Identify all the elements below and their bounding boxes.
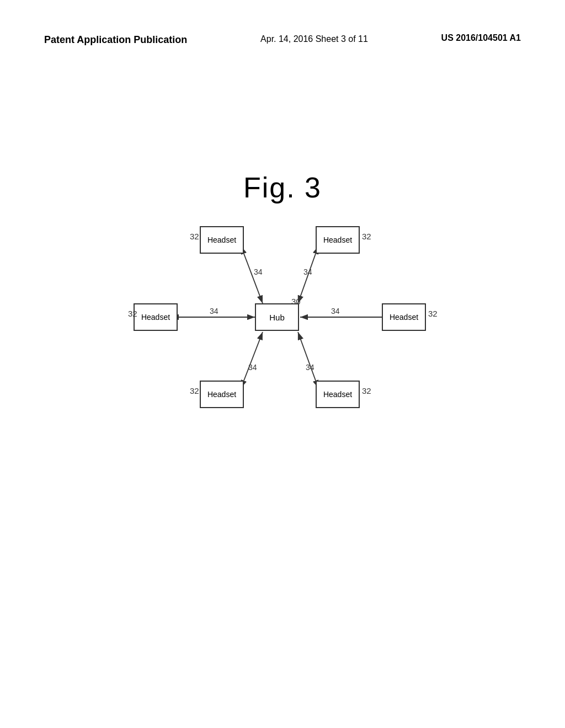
headset-top-left: Headset [200, 226, 244, 254]
headset-br-id: 32 [362, 386, 371, 395]
conn-label-bl: 34 [248, 363, 257, 372]
conn-label-tr: 34 [303, 267, 312, 276]
headset-top-right: Headset [316, 226, 360, 254]
headset-l-label: Headset [141, 313, 170, 322]
headset-l-id: 32 [128, 309, 137, 318]
hub-label: Hub [269, 313, 285, 322]
headset-tl-label: Headset [207, 235, 236, 244]
sheet-info: Apr. 14, 2016 Sheet 3 of 11 [260, 33, 368, 45]
svg-line-7 [298, 332, 316, 381]
headset-right: Headset [382, 303, 426, 331]
page-header: Patent Application Publication Apr. 14, … [0, 33, 565, 47]
figure-title: Fig. 3 [243, 171, 322, 204]
publication-label: Patent Application Publication [44, 33, 187, 47]
conn-label-r: 34 [331, 307, 340, 315]
headset-br-label: Headset [323, 390, 352, 399]
headset-tr-id: 32 [362, 232, 371, 241]
conn-label-tl: 34 [254, 267, 263, 276]
headset-left: Headset [134, 303, 178, 331]
patent-number: US 2016/104501 A1 [441, 33, 521, 43]
diagram-container: Hub 30 Headset 32 Headset 32 Headset 32 … [128, 215, 437, 436]
headset-bl-label: Headset [207, 390, 236, 399]
hub-id-label: 30 [291, 297, 301, 306]
conn-label-l: 34 [210, 307, 218, 315]
svg-line-6 [244, 332, 263, 381]
headset-tl-id: 32 [190, 232, 199, 241]
svg-line-2 [244, 254, 263, 303]
headset-bottom-left: Headset [200, 381, 244, 408]
headset-tr-label: Headset [323, 235, 352, 244]
headset-bl-id: 32 [190, 386, 199, 395]
svg-line-3 [298, 254, 316, 303]
hub-box: Hub [255, 303, 299, 331]
headset-r-id: 32 [428, 309, 438, 318]
headset-r-label: Headset [390, 313, 418, 322]
headset-bottom-right: Headset [316, 381, 360, 408]
conn-label-br: 34 [306, 363, 315, 372]
